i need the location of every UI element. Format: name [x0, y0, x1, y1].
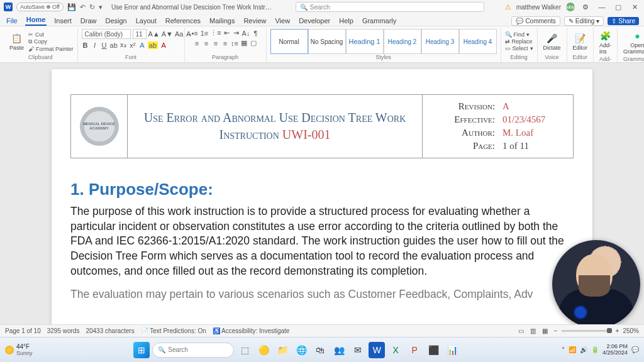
ppt-icon[interactable]: P [406, 342, 423, 358]
underline-icon[interactable]: U [101, 41, 108, 49]
zoom-out-icon[interactable]: − [554, 327, 558, 334]
warning-icon[interactable]: ⚠ [505, 3, 511, 11]
tab-developer[interactable]: Developer [297, 16, 331, 26]
tray-wifi-icon[interactable]: 📶 [569, 346, 576, 353]
borders-icon[interactable]: ▢ [250, 39, 257, 47]
outlook-icon[interactable]: ✉ [350, 342, 366, 358]
tab-references[interactable]: References [164, 16, 202, 26]
multilevel-icon[interactable]: ⋮≡ [210, 29, 221, 37]
tab-mailings[interactable]: Mailings [208, 16, 236, 26]
font-color-icon[interactable]: A [160, 41, 167, 49]
autosave-toggle[interactable]: AutoSave Off [16, 3, 64, 11]
system-tray[interactable]: ˄ 📶 🔊 🔋 2:06 PM 4/25/2024 💬 [562, 344, 639, 356]
zoom-in-icon[interactable]: + [616, 327, 619, 334]
decrease-indent-icon[interactable]: ⇤ [223, 29, 231, 37]
tab-help[interactable]: Help [338, 16, 355, 26]
teams-icon[interactable]: 👥 [331, 342, 347, 358]
paste-button[interactable]: 📋Paste [8, 31, 26, 52]
editor-button[interactable]: 📝Editor [571, 31, 590, 52]
style-heading3[interactable]: Heading 3 [421, 29, 459, 54]
tab-insert[interactable]: Insert [53, 16, 73, 26]
format-painter-button[interactable]: 🖌 Format Painter [28, 46, 74, 52]
tab-grammarly[interactable]: Grammarly [361, 16, 397, 26]
maximize-button[interactable]: ▢ [613, 3, 624, 11]
numbering-icon[interactable]: 1≡ [201, 30, 209, 37]
justify-icon[interactable]: ≡ [221, 40, 229, 47]
share-button[interactable]: ⇪ Share [608, 17, 639, 25]
decrease-font-icon[interactable]: A▼ [162, 30, 173, 38]
tab-draw[interactable]: Draw [79, 16, 98, 26]
excel-icon[interactable]: X [387, 342, 404, 358]
edge-icon[interactable]: 🌐 [293, 342, 309, 358]
qat-dropdown-icon[interactable]: ▾ [99, 3, 103, 11]
increase-indent-icon[interactable]: ⇥ [233, 29, 240, 37]
italic-icon[interactable]: I [91, 41, 99, 49]
view-print-icon[interactable]: ▥ [530, 327, 536, 334]
word-icon-tb[interactable]: W [369, 342, 385, 358]
redo-icon[interactable]: ↻ [89, 3, 95, 11]
copilot-icon[interactable]: 🟡 [255, 342, 272, 358]
bullets-icon[interactable]: •≡ [191, 30, 199, 37]
undo-icon[interactable]: ↶ [80, 3, 86, 11]
tab-view[interactable]: View [274, 16, 291, 26]
highlight-icon[interactable]: ab [148, 41, 158, 49]
status-words[interactable]: 3295 words [47, 327, 80, 334]
view-web-icon[interactable]: ▦ [542, 327, 548, 334]
style-heading2[interactable]: Heading 2 [384, 29, 421, 54]
align-center-icon[interactable]: ≡ [203, 40, 210, 47]
bold-icon[interactable]: B [82, 41, 89, 49]
status-accessibility[interactable]: ♿ Accessibility: Investigate [213, 327, 290, 334]
addins-button[interactable]: 🧩Add-ins [597, 29, 613, 56]
font-name-select[interactable]: Calibri (Body) [82, 29, 131, 39]
zoom-slider[interactable] [562, 330, 612, 332]
app-icon-1[interactable]: ⬛ [425, 342, 441, 358]
taskbar-weather[interactable]: 44°F Sunny [5, 343, 33, 356]
taskbar-search[interactable]: 🔍 Search [152, 343, 234, 358]
status-predictions[interactable]: 📄 Text Predictions: On [141, 327, 206, 334]
tray-battery-icon[interactable]: 🔋 [591, 346, 599, 353]
tray-volume-icon[interactable]: 🔊 [580, 346, 587, 353]
grammarly-button[interactable]: ●Open Grammarly [621, 29, 644, 56]
close-button[interactable]: ✕ [629, 3, 640, 11]
tab-design[interactable]: Design [104, 16, 128, 26]
notifications-icon[interactable]: 💬 [631, 346, 639, 353]
tab-home[interactable]: Home [25, 14, 47, 26]
status-chars[interactable]: 20433 characters [86, 327, 134, 334]
document-canvas[interactable]: MEDICAL DEVICE ACADEMY Use Error and Abn… [0, 63, 644, 324]
save-icon[interactable]: 💾 [67, 3, 76, 11]
tab-file[interactable]: File [5, 16, 19, 26]
shading-icon[interactable]: ▦ [240, 39, 248, 47]
tab-layout[interactable]: Layout [135, 16, 158, 26]
align-right-icon[interactable]: ≡ [212, 40, 219, 47]
zoom-value[interactable]: 250% [623, 327, 639, 334]
store-icon[interactable]: 🛍 [312, 342, 328, 358]
document-title[interactable]: Use Error and Abnormal Use Descision Tre… [111, 4, 275, 11]
user-avatar[interactable]: MW [566, 3, 575, 11]
zoom-control[interactable]: − + 250% [554, 327, 639, 334]
subscript-icon[interactable]: x₂ [119, 41, 127, 49]
dictate-button[interactable]: 🎤Dictate [541, 31, 563, 52]
tab-review[interactable]: Review [242, 16, 267, 26]
taskbar-clock[interactable]: 2:06 PM 4/25/2024 [602, 344, 628, 356]
comments-button[interactable]: 💬 Comments [511, 16, 560, 26]
show-marks-icon[interactable]: ¶ [252, 30, 259, 37]
replace-button[interactable]: ⇄ Replace [505, 38, 533, 45]
superscript-icon[interactable]: x² [129, 41, 136, 49]
increase-font-icon[interactable]: A▲ [148, 30, 160, 38]
style-no-spacing[interactable]: No Spacing [308, 29, 346, 54]
editing-mode-button[interactable]: ✎ Editing ▾ [564, 16, 604, 26]
find-button[interactable]: 🔍 Find ▾ [505, 31, 533, 38]
cut-button[interactable]: ✂ Cut [28, 31, 74, 38]
settings-icon[interactable]: ⚙ [580, 3, 591, 11]
style-heading1[interactable]: Heading 1 [346, 29, 384, 54]
style-normal[interactable]: Normal [270, 29, 308, 54]
font-size-select[interactable]: 11 [133, 29, 147, 39]
copy-button[interactable]: ⧉ Copy [28, 38, 74, 45]
strikethrough-icon[interactable]: ab [110, 41, 118, 49]
app-icon-2[interactable]: 📊 [444, 342, 460, 358]
status-page[interactable]: Page 1 of 10 [5, 327, 41, 334]
view-read-icon[interactable]: ▭ [518, 327, 524, 334]
sort-icon[interactable]: A↓ [242, 30, 250, 37]
explorer-icon[interactable]: 📁 [274, 342, 291, 358]
task-view-icon[interactable]: ⬚ [236, 342, 253, 358]
